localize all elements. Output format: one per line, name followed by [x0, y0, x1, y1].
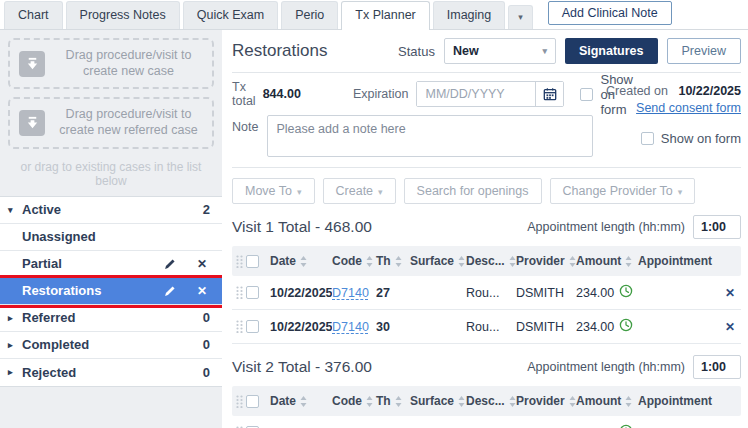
- chevron-down-icon: ▾: [678, 187, 683, 197]
- delete-case-icon[interactable]: ✕: [194, 283, 210, 299]
- tab-imaging[interactable]: Imaging: [433, 1, 505, 29]
- tab-overflow-button[interactable]: ▾: [508, 5, 533, 29]
- column-header-amount[interactable]: Amount: [576, 254, 638, 268]
- drag-handle-icon[interactable]: [232, 286, 246, 299]
- sort-icon: [509, 396, 516, 407]
- case-group-count: 0: [203, 310, 210, 325]
- procedure-row[interactable]: 10/22/2025 D7140 27 Rou... DSMITH 234.00…: [232, 276, 741, 310]
- tab-tx-planner[interactable]: Tx Planner: [341, 1, 429, 30]
- search-for-openings-button[interactable]: Search for openings: [404, 178, 542, 204]
- caret-right-icon[interactable]: ▸: [8, 340, 22, 350]
- remove-procedure-icon[interactable]: ✕: [719, 320, 741, 334]
- select-all-checkbox[interactable]: [246, 395, 259, 408]
- remove-procedure-icon[interactable]: ✕: [719, 286, 741, 300]
- cell-description: Rou...: [466, 286, 516, 300]
- delete-case-icon[interactable]: ✕: [194, 256, 210, 272]
- note-input[interactable]: [267, 115, 593, 157]
- dropzone-new-referred-case[interactable]: Drag procedure/visit to create new refer…: [8, 97, 214, 148]
- tab-quick-exam[interactable]: Quick Exam: [183, 1, 278, 29]
- case-group-count: 0: [203, 337, 210, 352]
- add-clinical-note-button[interactable]: Add Clinical Note: [548, 1, 672, 25]
- cell-amount: 234.00: [576, 286, 614, 300]
- column-header-amount[interactable]: Amount: [576, 394, 638, 408]
- tab-chart[interactable]: Chart: [4, 1, 63, 29]
- column-header-provider[interactable]: Provider: [516, 254, 576, 268]
- visit-1-table: Date Code Th Surface Desc... Provider Am…: [232, 246, 741, 344]
- procedure-code-link[interactable]: D7140: [332, 320, 369, 334]
- tab-perio[interactable]: Perio: [281, 1, 338, 29]
- case-item-partial[interactable]: Partial ✕: [0, 251, 222, 278]
- row-checkbox[interactable]: [246, 286, 259, 299]
- case-item-label: Restorations: [22, 283, 146, 298]
- procedure-row[interactable]: 10/22/2025 D2391 15 D Pos... DSMITH 188.…: [232, 416, 741, 428]
- case-group-count: 2: [203, 202, 210, 217]
- sort-icon: [300, 256, 307, 267]
- show-on-form-checkbox-2[interactable]: [641, 132, 654, 145]
- case-group-active[interactable]: ▾ Active 2: [0, 197, 222, 224]
- visit-2-appointment-length-input[interactable]: [693, 355, 741, 379]
- case-group-completed[interactable]: ▸ Completed 0: [0, 332, 222, 359]
- sort-icon: [366, 256, 373, 267]
- row-checkbox[interactable]: [246, 320, 259, 333]
- sort-icon: [395, 396, 402, 407]
- status-label: Status: [398, 44, 435, 59]
- dropzone-hint-text: or drag to existing cases in the list be…: [6, 160, 216, 188]
- change-provider-button[interactable]: Change Provider To▾: [550, 178, 696, 204]
- case-group-referred[interactable]: ▸ Referred 0: [0, 305, 222, 332]
- tx-planner-sidebar: Drag procedure/visit to create new case …: [0, 30, 222, 428]
- show-on-form-checkbox[interactable]: [580, 88, 593, 101]
- expiration-label: Expiration: [353, 87, 409, 101]
- table-header-row: Date Code Th Surface Desc... Provider Am…: [232, 246, 741, 276]
- edit-pencil-icon[interactable]: [162, 256, 178, 272]
- procedure-code-link[interactable]: D7140: [332, 286, 369, 300]
- tx-total-value: 844.00: [263, 87, 301, 101]
- column-header-desc[interactable]: Desc...: [466, 254, 516, 268]
- create-button[interactable]: Create▾: [323, 178, 396, 204]
- note-label: Note: [232, 120, 258, 157]
- column-header-surface[interactable]: Surface: [410, 254, 466, 268]
- column-header-date[interactable]: Date: [270, 254, 332, 268]
- case-item-label: Unassigned: [22, 229, 210, 244]
- chevron-down-icon: ▾: [378, 187, 383, 197]
- drag-drop-arrow-icon: [19, 51, 45, 77]
- signatures-button[interactable]: Signatures: [565, 38, 658, 64]
- tab-progress-notes[interactable]: Progress Notes: [66, 1, 180, 29]
- preview-button[interactable]: Preview: [667, 38, 741, 64]
- status-dropdown[interactable]: New ▾: [444, 38, 556, 64]
- column-header-provider[interactable]: Provider: [516, 394, 576, 408]
- send-consent-form-link[interactable]: Send consent form: [636, 101, 741, 115]
- visit-1-appointment-length-input[interactable]: [693, 215, 741, 239]
- move-to-button[interactable]: Move To▾: [232, 178, 315, 204]
- column-header-surface[interactable]: Surface: [410, 394, 466, 408]
- cell-description: Rou...: [466, 320, 516, 334]
- edit-pencil-icon[interactable]: [162, 283, 178, 299]
- procedure-row[interactable]: 10/22/2025 D7140 30 Rou... DSMITH 234.00…: [232, 310, 741, 344]
- sort-icon: [625, 256, 632, 267]
- dropzone-new-case[interactable]: Drag procedure/visit to create new case: [8, 38, 214, 89]
- expiration-input[interactable]: [417, 82, 535, 106]
- case-group-label: Rejected: [22, 365, 203, 380]
- time-clock-icon: [619, 284, 633, 301]
- select-all-checkbox[interactable]: [246, 255, 259, 268]
- column-header-desc[interactable]: Desc...: [466, 394, 516, 408]
- drag-drop-arrow-icon: [19, 110, 45, 136]
- caret-down-icon[interactable]: ▾: [8, 205, 22, 215]
- case-detail-panel: Restorations Status New ▾ Signatures Pre…: [222, 30, 748, 428]
- case-group-rejected[interactable]: ▸ Rejected 0: [0, 359, 222, 386]
- column-header-code[interactable]: Code: [332, 254, 376, 268]
- visit-2-header: Visit 2 Total - 376.00 Appointment lengt…: [232, 355, 741, 379]
- case-item-unassigned[interactable]: Unassigned: [0, 224, 222, 251]
- calendar-icon[interactable]: [535, 82, 563, 106]
- case-group-label: Referred: [22, 310, 203, 325]
- caret-right-icon[interactable]: ▸: [8, 313, 22, 323]
- column-header-th[interactable]: Th: [376, 394, 410, 408]
- case-group-count: 0: [203, 365, 210, 380]
- caret-right-icon[interactable]: ▸: [8, 367, 22, 377]
- column-header-th[interactable]: Th: [376, 254, 410, 268]
- column-header-date[interactable]: Date: [270, 394, 332, 408]
- tx-total-label: Tx total: [232, 80, 256, 108]
- cell-provider: DSMITH: [516, 286, 576, 300]
- column-header-code[interactable]: Code: [332, 394, 376, 408]
- case-item-restorations-selected[interactable]: Restorations ✕: [0, 278, 222, 305]
- drag-handle-icon[interactable]: [232, 320, 246, 333]
